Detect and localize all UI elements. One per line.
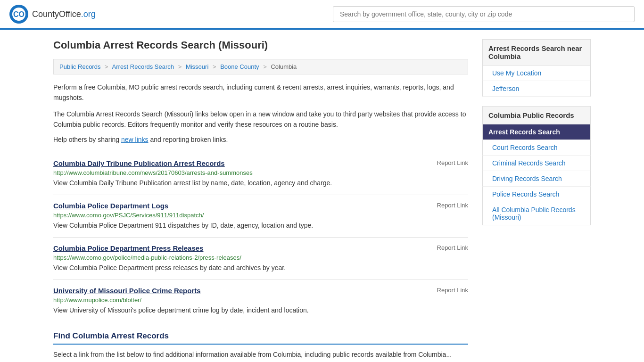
sidebar-public-records-header: Columbia Public Records (482, 106, 591, 124)
breadcrumb-sep-2: > (178, 63, 182, 70)
search-input[interactable] (333, 6, 635, 22)
breadcrumb-arrest-records[interactable]: Arrest Records Search (112, 63, 174, 70)
find-title: Find Columbia Arrest Records (53, 331, 468, 345)
description-1: Perform a free Columbia, MO public arres… (53, 82, 468, 103)
record-item-0: Columbia Daily Tribune Publication Arres… (53, 153, 468, 195)
new-links-link[interactable]: new links (121, 136, 149, 143)
breadcrumb-columbia: Columbia (271, 63, 297, 70)
record-item-2: Columbia Police Department Press Release… (53, 238, 468, 280)
breadcrumb: Public Records > Arrest Records Search >… (53, 59, 468, 74)
svg-text:CO: CO (13, 10, 25, 18)
record-header-2: Columbia Police Department Press Release… (53, 244, 468, 252)
record-description-0: View Columbia Daily Tribune Publication … (53, 178, 468, 188)
record-url-1[interactable]: https://www.como.gov/PSJC/Services/911/9… (53, 212, 468, 219)
sidebar: Arrest Records Search near Columbia Use … (482, 39, 591, 360)
record-title-2[interactable]: Columbia Police Department Press Release… (53, 244, 203, 252)
sidebar-police-records-search[interactable]: Police Records Search (482, 187, 591, 202)
help-text: Help others by sharing new links and rep… (53, 136, 468, 143)
sidebar-criminal-records-search[interactable]: Criminal Records Search (482, 156, 591, 171)
sidebar-arrest-records-search[interactable]: Arrest Records Search (482, 124, 591, 140)
record-title-0[interactable]: Columbia Daily Tribune Publication Arres… (53, 159, 225, 167)
sidebar-nearby-section: Arrest Records Search near Columbia Use … (482, 39, 591, 97)
report-link-0[interactable]: Report Link (437, 159, 468, 166)
sidebar-nearby-header: Arrest Records Search near Columbia (482, 39, 591, 66)
breadcrumb-sep-3: > (213, 63, 216, 70)
logo-text: CountyOffice.org (32, 9, 96, 19)
sidebar-driving-records-search[interactable]: Driving Records Search (482, 171, 591, 187)
breadcrumb-sep-1: > (105, 63, 108, 70)
record-description-3: View University of Missouri's police dep… (53, 305, 468, 315)
record-url-3[interactable]: http://www.mupolice.com/blotter/ (53, 296, 468, 304)
record-title-3[interactable]: University of Missouri Police Crime Repo… (53, 287, 201, 295)
record-description-1: View Columbia Police Department 911 disp… (53, 221, 468, 230)
logo-icon: CO (9, 5, 28, 24)
record-header-1: Columbia Police Department Logs Report L… (53, 202, 468, 210)
record-title-1[interactable]: Columbia Police Department Logs (53, 202, 168, 210)
record-url-2[interactable]: https://www.como.gov/police/media-public… (53, 254, 468, 261)
content-area: Columbia Arrest Records Search (Missouri… (53, 39, 468, 360)
report-link-1[interactable]: Report Link (437, 202, 468, 209)
site-header: CO CountyOffice.org (0, 0, 644, 30)
sidebar-nearby-jefferson[interactable]: Jefferson (482, 81, 591, 97)
breadcrumb-public-records[interactable]: Public Records (59, 63, 100, 70)
sidebar-all-public-records[interactable]: All Columbia Public Records (Missouri) (482, 202, 591, 225)
report-link-2[interactable]: Report Link (437, 244, 468, 251)
page-title: Columbia Arrest Records Search (Missouri… (53, 39, 468, 51)
logo-link[interactable]: CO CountyOffice.org (9, 5, 96, 24)
breadcrumb-missouri[interactable]: Missouri (186, 63, 208, 70)
sidebar-use-my-location[interactable]: Use My Location (482, 66, 591, 81)
main-container: Columbia Arrest Records Search (Missouri… (44, 30, 600, 362)
records-list: Columbia Daily Tribune Publication Arres… (53, 153, 468, 322)
record-item-3: University of Missouri Police Crime Repo… (53, 280, 468, 322)
breadcrumb-boone-county[interactable]: Boone County (220, 63, 259, 70)
find-description: Select a link from the list below to fin… (53, 349, 468, 360)
description-2: The Columbia Arrest Records Search (Miss… (53, 109, 468, 130)
report-link-3[interactable]: Report Link (437, 287, 468, 294)
search-bar (333, 6, 635, 22)
sidebar-public-records-section: Columbia Public Records Arrest Records S… (482, 106, 591, 225)
record-header-3: University of Missouri Police Crime Repo… (53, 287, 468, 295)
record-header-0: Columbia Daily Tribune Publication Arres… (53, 159, 468, 167)
breadcrumb-sep-4: > (263, 63, 267, 70)
sidebar-court-records-search[interactable]: Court Records Search (482, 140, 591, 156)
find-section: Find Columbia Arrest Records Select a li… (53, 331, 468, 360)
record-item-1: Columbia Police Department Logs Report L… (53, 195, 468, 238)
record-description-2: View Columbia Police Department press re… (53, 263, 468, 273)
record-url-0[interactable]: http://www.columbiatribune.com/news/2017… (53, 169, 468, 176)
